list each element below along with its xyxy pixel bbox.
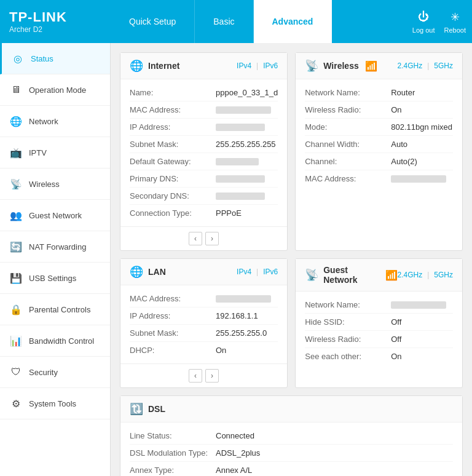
- wireless-card-header: 📡 Wireless 📶 2.4GHz | 5GHz: [296, 53, 462, 79]
- operation-mode-icon: 🖥: [9, 83, 23, 97]
- dsl-row-annex: Annex Type: Annex A/L: [130, 462, 453, 476]
- wireless-card-body: Network Name: Router Wireless Radio: On …: [296, 79, 462, 192]
- dsl-row-modulation: DSL Modulation Type: ADSL_2plus: [130, 445, 453, 462]
- sidebar-label-operation-mode: Operation Mode: [29, 85, 86, 95]
- lan-card-header: 🌐 LAN IPv4 | IPv6: [120, 259, 287, 285]
- lan-card-title: 🌐 LAN: [130, 265, 166, 279]
- internet-pdns-redacted: [216, 175, 265, 183]
- logout-button[interactable]: ⏻ Log out: [412, 10, 435, 34]
- internet-conntype-value: PPPoE: [216, 208, 242, 218]
- sidebar-label-parental-controls: Parental Controls: [29, 305, 90, 314]
- dsl-card-title: 🔃 DSL: [130, 402, 165, 416]
- logout-label: Log out: [412, 26, 435, 34]
- security-icon: 🛡: [9, 365, 23, 379]
- wireless-2ghz-link[interactable]: 2.4GHz: [398, 61, 423, 70]
- internet-next-button[interactable]: ›: [205, 232, 219, 245]
- sidebar-item-nat-forwarding[interactable]: 🔄 NAT Forwarding: [0, 231, 110, 263]
- cards-grid: 🌐 Internet IPv4 | IPv6 Name: pppoe_0_33_…: [120, 52, 463, 388]
- dsl-icon: 🔃: [130, 402, 143, 416]
- header: TP-LINK Archer D2 Quick Setup Basic Adva…: [0, 0, 472, 43]
- wireless-radio-value: On: [391, 105, 401, 114]
- lan-mac-redacted: [216, 295, 271, 303]
- lan-row-mac: MAC Address:: [130, 290, 278, 307]
- system-tools-icon: ⚙: [9, 397, 23, 410]
- tab-quick-setup[interactable]: Quick Setup: [111, 0, 195, 43]
- bandwidth-icon: 📊: [9, 334, 23, 347]
- dsl-line-status-value: Connected: [216, 431, 254, 440]
- internet-row-pdns: Primary DNS:: [130, 170, 278, 188]
- lan-ipv6-link[interactable]: IPv6: [263, 268, 278, 276]
- dsl-title-label: DSL: [148, 404, 165, 414]
- wireless-name-value: Router: [391, 88, 415, 97]
- dsl-row-line-status: Line Status: Connected: [130, 427, 453, 445]
- sidebar-item-system-tools[interactable]: ⚙ System Tools: [0, 388, 110, 419]
- nav-tabs: Quick Setup Basic Advanced: [111, 0, 406, 43]
- sidebar-label-usb-settings: USB Settings: [29, 274, 76, 283]
- lan-prev-button[interactable]: ‹: [189, 369, 202, 383]
- guest-network-title-label: Guest Network: [323, 265, 379, 285]
- parental-icon: 🔒: [9, 303, 23, 316]
- sidebar-item-operation-mode[interactable]: 🖥 Operation Mode: [0, 74, 110, 106]
- internet-card-title: 🌐 Internet: [130, 59, 179, 73]
- sidebar-item-iptv[interactable]: 📺 IPTV: [0, 137, 110, 169]
- reboot-button[interactable]: ✳ Reboot: [444, 10, 466, 34]
- internet-ip-redacted: [216, 124, 265, 131]
- guest-hide-ssid-value: Off: [391, 317, 401, 327]
- internet-row-conntype: Connection Type: PPPoE: [130, 205, 278, 221]
- lan-subnet-value: 255.255.255.0: [216, 328, 267, 338]
- wireless-title-label: Wireless: [323, 61, 358, 71]
- wireless-channel-value: Auto(2): [391, 157, 417, 166]
- guest-row-radio: Wireless Radio: Off: [305, 331, 453, 348]
- guest-5ghz-link[interactable]: 5GHz: [434, 271, 453, 279]
- reboot-icon: ✳: [447, 10, 462, 25]
- wireless-5ghz-link[interactable]: 5GHz: [434, 61, 453, 70]
- wireless-card: 📡 Wireless 📶 2.4GHz | 5GHz Network Name:…: [295, 52, 463, 251]
- sidebar-item-guest-network[interactable]: 👥 Guest Network: [0, 200, 110, 231]
- sidebar-label-wireless: Wireless: [29, 180, 60, 189]
- lan-ipv4-link[interactable]: IPv4: [237, 268, 251, 276]
- wifi-signal-icon: 📶: [365, 60, 377, 72]
- sidebar-item-bandwidth-control[interactable]: 📊 Bandwidth Control: [0, 325, 110, 357]
- internet-row-gateway: Default Gateway:: [130, 153, 278, 170]
- guest-2ghz-link[interactable]: 2.4GHz: [398, 271, 423, 279]
- internet-row-ip: IP Address:: [130, 119, 278, 136]
- wireless-icon-card: 📡: [305, 59, 318, 73]
- internet-row-mac: MAC Address:: [130, 101, 278, 119]
- wireless-icon: 📡: [9, 177, 23, 191]
- nat-icon: 🔄: [9, 240, 23, 253]
- sidebar-label-system-tools: System Tools: [29, 399, 76, 408]
- wireless-row-radio: Wireless Radio: On: [305, 101, 453, 119]
- dsl-card-header: 🔃 DSL: [120, 396, 462, 422]
- sidebar-item-parental-controls[interactable]: 🔒 Parental Controls: [0, 294, 110, 325]
- sidebar-item-network[interactable]: 🌐 Network: [0, 106, 110, 137]
- wireless-mac-redacted: [391, 175, 446, 183]
- sidebar-item-security[interactable]: 🛡 Security: [0, 357, 110, 388]
- dsl-annex-value: Annex A/L: [216, 466, 252, 475]
- tab-basic[interactable]: Basic: [195, 0, 253, 43]
- status-icon: ◎: [11, 52, 25, 65]
- internet-ipv4-link[interactable]: IPv4: [237, 61, 251, 70]
- guest-network-card: 📡 Guest Network 📶 2.4GHz | 5GHz Network …: [295, 258, 463, 388]
- sidebar-item-status[interactable]: ◎ Status: [0, 43, 110, 74]
- internet-prev-button[interactable]: ‹: [189, 232, 202, 245]
- lan-next-button[interactable]: ›: [205, 369, 219, 383]
- internet-card: 🌐 Internet IPv4 | IPv6 Name: pppoe_0_33_…: [120, 52, 288, 251]
- sidebar-item-usb-settings[interactable]: 💾 USB Settings: [0, 263, 110, 294]
- logo-area: TP-LINK Archer D2: [0, 3, 111, 40]
- sidebar-label-network: Network: [29, 117, 58, 126]
- tab-advanced[interactable]: Advanced: [254, 0, 332, 43]
- internet-gateway-redacted: [216, 158, 259, 165]
- internet-mac-redacted: [216, 106, 271, 114]
- lan-card-body: MAC Address: IP Address: 192.168.1.1 Sub…: [120, 285, 287, 363]
- internet-subnet-value: 255.255.255.255: [216, 140, 276, 149]
- guest-network-card-body: Network Name: Hide SSID: Off Wireless Ra…: [296, 292, 462, 370]
- internet-ipv6-link[interactable]: IPv6: [263, 61, 278, 70]
- lan-row-ip: IP Address: 192.168.1.1: [130, 307, 278, 325]
- usb-icon: 💾: [9, 271, 23, 285]
- guest-network-icon: 👥: [9, 208, 23, 222]
- content-area: 🌐 Internet IPv4 | IPv6 Name: pppoe_0_33_…: [111, 43, 472, 476]
- guest-row-name: Network Name:: [305, 296, 453, 314]
- sidebar-item-wireless[interactable]: 📡 Wireless: [0, 169, 110, 200]
- model-name: Archer D2: [9, 25, 101, 34]
- guest-wifi-signal-icon: 📶: [385, 269, 398, 281]
